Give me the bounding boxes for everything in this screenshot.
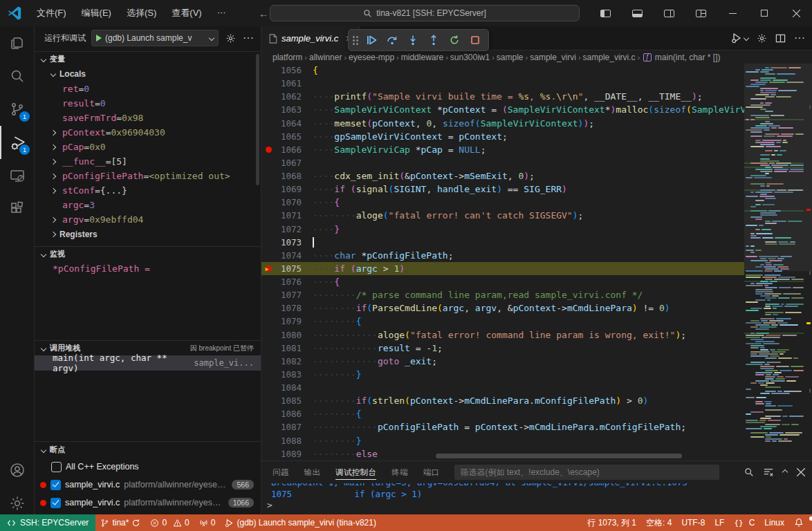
variable-row[interactable]: argv = 0x9ebffd04 (35, 212, 261, 227)
gutter-breakpoint-zone[interactable] (261, 315, 275, 328)
close-panel-icon[interactable] (797, 468, 805, 476)
stop-button[interactable] (466, 31, 484, 49)
sidebar-item-search[interactable] (0, 59, 35, 93)
code-line[interactable]: 1061 (261, 77, 744, 90)
breakpoint-row[interactable]: sample_virvi.cplatform/allwinner/eyesee.… (35, 476, 261, 494)
variable-row[interactable]: stConf = {...} (35, 183, 261, 198)
code-line[interactable]: 1085········if(strlen(pContext->mCmdLine… (261, 394, 744, 407)
minimize-button[interactable] (717, 0, 748, 26)
code-editor[interactable]: 1056{10611062····printf("Sample virvi bu… (261, 64, 812, 460)
code-line[interactable]: 1086········{ (261, 407, 744, 420)
variable-row[interactable]: result = 0 (35, 96, 261, 111)
breakpoint-checkbox[interactable] (50, 498, 61, 508)
code-line[interactable]: 1080············aloge("fatal error! comm… (261, 328, 744, 342)
gutter-breakpoint-zone[interactable] (261, 288, 275, 301)
breadcrumb-item[interactable]: sample_virvi (530, 53, 576, 62)
sidebar-item-extensions[interactable] (0, 192, 35, 225)
code-line[interactable]: 1082············goto _exit; (261, 355, 744, 368)
variable-row[interactable]: saveFrmTrd = 0x98 (35, 111, 261, 125)
code-line[interactable]: 1067 (261, 156, 744, 169)
minimap[interactable] (744, 64, 804, 451)
breadcrumb-item[interactable]: main(int, char * []) (655, 53, 721, 62)
code-line[interactable]: 1071········aloge("fatal error! can't ca… (261, 209, 744, 222)
step-into-button[interactable] (404, 31, 422, 49)
step-out-button[interactable] (425, 31, 443, 49)
launch-config-select[interactable]: (gdb) Launch sample_v (91, 30, 219, 46)
menu-more[interactable]: ··· (211, 4, 232, 22)
breadcrumb-item[interactable]: eyesee-mpp (349, 53, 394, 62)
notifications-bell[interactable] (789, 518, 812, 528)
variable-row[interactable]: pContext = 0x96904030 (35, 125, 261, 140)
toolbar-drag-handle[interactable] (353, 36, 358, 45)
code-line[interactable]: 1068····cdx_sem_init(&pContext->mSemExit… (261, 169, 744, 183)
gutter-breakpoint-zone[interactable] (261, 156, 275, 169)
gutter-breakpoint-zone[interactable] (261, 275, 275, 288)
gutter-breakpoint-zone[interactable] (261, 447, 275, 460)
restart-button[interactable] (445, 31, 463, 49)
breakpoint-row[interactable]: sample_virvi.cplatform/allwinner/eyese..… (35, 494, 261, 512)
start-debug-icon[interactable] (96, 35, 102, 41)
gutter-breakpoint-zone[interactable] (261, 209, 275, 222)
debug-console-output[interactable]: Breakpoint 1, main (argc=3, argv=0x9ebff… (261, 483, 812, 515)
debug-settings-gear[interactable] (225, 33, 236, 44)
language-status[interactable]: {} C (729, 518, 759, 528)
menu-edit[interactable]: 编辑(E) (75, 4, 118, 22)
gutter-breakpoint-zone[interactable]: ➤ (261, 262, 275, 275)
code-line[interactable]: ➤1075····if (argc > 1) (261, 262, 744, 275)
gutter-breakpoint-zone[interactable] (261, 117, 275, 130)
sidebar-item-remote-explorer[interactable] (0, 159, 35, 192)
indentation[interactable]: 空格: 4 (641, 517, 676, 529)
breakpoints-header[interactable]: 断点 (35, 441, 261, 458)
tab-sample-virvi[interactable]: sample_virvi.c ✕ (261, 26, 360, 50)
gutter-breakpoint-zone[interactable] (261, 301, 275, 315)
breadcrumb-item[interactable]: sample (497, 53, 524, 62)
variable-row[interactable]: pConfigFilePath = <optimized out> (35, 169, 261, 183)
code-line[interactable]: 1066····SampleVirviCap *pCap = NULL; (261, 143, 744, 156)
cursor-position[interactable]: 行 1073, 列 1 (582, 517, 641, 529)
branch-status[interactable]: tina* (95, 518, 145, 528)
code-line[interactable]: 1073 (261, 236, 744, 249)
code-line[interactable]: 1069····if (signal(SIGINT, handle_exit) … (261, 183, 744, 196)
code-line[interactable]: 1083········} (261, 368, 744, 381)
code-line[interactable]: 1072····} (261, 223, 744, 236)
variable-row[interactable]: __func__ = [5] (35, 154, 261, 169)
exception-checkbox[interactable] (51, 462, 62, 472)
exception-breakpoint-row[interactable]: All C++ Exceptions (35, 458, 261, 476)
clear-console-icon[interactable] (764, 467, 773, 477)
split-editor-icon[interactable] (775, 33, 786, 44)
code-line[interactable]: 1065····gpSampleVirViContext = pContext; (261, 130, 744, 143)
panel-tab-终端[interactable]: 终端 (391, 461, 408, 483)
back-icon[interactable]: ← (259, 8, 269, 19)
code-line[interactable]: 1079········{ (261, 315, 744, 328)
code-line[interactable]: 1076····{ (261, 275, 744, 288)
breakpoint-checkbox[interactable] (50, 480, 61, 490)
eol-sequence[interactable]: LF (710, 518, 729, 528)
debug-session-status[interactable]: (gdb) Launch sample_virvi (tina-v821) (220, 518, 380, 528)
gutter-breakpoint-zone[interactable] (261, 249, 275, 262)
toggle-panel-icon[interactable] (621, 0, 653, 26)
gutter-breakpoint-zone[interactable] (261, 90, 275, 103)
variables-header[interactable]: 变量 (35, 51, 261, 66)
sidebar-item-source-control[interactable]: 1 (0, 93, 35, 126)
console-prompt[interactable]: > (261, 500, 812, 511)
breadcrumb-item[interactable]: sun300iw1 (450, 53, 490, 62)
gutter-breakpoint-zone[interactable] (261, 394, 275, 407)
os-indicator[interactable]: Linux (759, 518, 789, 528)
code-line[interactable]: 1081············result = -1; (261, 342, 744, 355)
breadcrumb-item[interactable]: platform (273, 53, 302, 62)
code-line[interactable]: 1062····printf("Sample virvi buile time … (261, 90, 744, 103)
code-line[interactable]: 1078········if(ParseCmdLine(argc, argv, … (261, 301, 744, 315)
gutter-breakpoint-zone[interactable] (261, 381, 275, 394)
menu-view[interactable]: 查看(V) (165, 4, 207, 22)
gutter-breakpoint-zone[interactable] (261, 183, 275, 196)
gutter-breakpoint-zone[interactable] (261, 342, 275, 355)
stack-frame-row[interactable]: main(int argc, char ** argv) sample_vi..… (35, 355, 261, 371)
gutter-breakpoint-zone[interactable] (261, 223, 275, 236)
code-line[interactable]: 1070····{ (261, 196, 744, 209)
gutter-breakpoint-zone[interactable] (261, 143, 275, 156)
editor-gear-button[interactable] (757, 33, 767, 44)
gutter-breakpoint-zone[interactable] (261, 420, 275, 434)
gutter-breakpoint-zone[interactable] (261, 328, 275, 342)
maximize-button[interactable] (748, 0, 780, 26)
gutter-breakpoint-zone[interactable] (261, 130, 275, 143)
